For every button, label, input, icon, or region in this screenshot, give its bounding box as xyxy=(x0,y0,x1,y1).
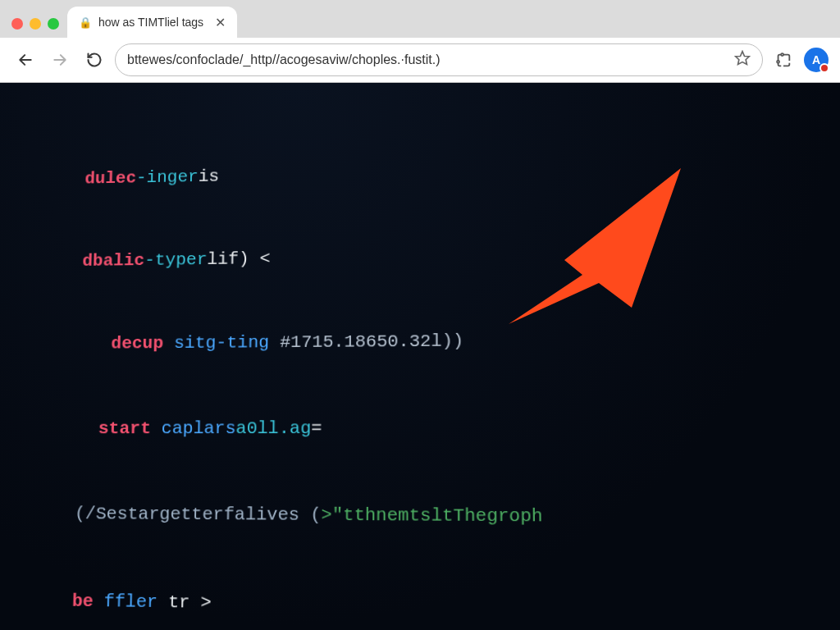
code-line: decup sitg-ting #1715.18650.32l)) xyxy=(80,324,840,358)
window-close-dot[interactable] xyxy=(11,18,23,30)
code-line: start caplarsa0ll.ag= xyxy=(77,413,840,443)
svg-point-3 xyxy=(781,53,783,56)
svg-point-4 xyxy=(777,61,779,63)
bookmark-star-icon[interactable] xyxy=(734,50,751,70)
code-line: (/Sestargetterfalives (>"tthnemtsltThegr… xyxy=(75,500,840,533)
page-viewport: dulec-ingeris dbalic-typerlif) < decup s… xyxy=(0,82,840,630)
tab-close-icon[interactable]: ✕ xyxy=(215,15,226,30)
tab-strip: 🔒 how as TIMTliel tags ✕ xyxy=(0,0,840,38)
address-bar[interactable] xyxy=(115,43,763,76)
svg-marker-2 xyxy=(736,52,750,65)
browser-tab[interactable]: 🔒 how as TIMTliel tags ✕ xyxy=(67,7,237,38)
browser-chrome: 🔒 how as TIMTliel tags ✕ A xyxy=(0,0,840,83)
code-line: be ffler tr > xyxy=(71,587,840,626)
tab-title: how as TIMTliel tags xyxy=(98,16,203,29)
code-line: dulec-ingeris xyxy=(84,150,840,193)
toolbar: A xyxy=(0,38,840,82)
code-block: dulec-ingeris dbalic-typerlif) < decup s… xyxy=(0,82,840,630)
profile-avatar[interactable]: A xyxy=(804,48,829,72)
window-zoom-dot[interactable] xyxy=(48,18,59,30)
window-controls xyxy=(7,18,67,38)
back-button[interactable] xyxy=(11,46,39,74)
forward-button[interactable] xyxy=(46,46,74,74)
reload-button[interactable] xyxy=(80,46,108,74)
window-minimize-dot[interactable] xyxy=(30,18,41,30)
code-line: dbalic-typerlif) < xyxy=(82,236,840,275)
extensions-icon[interactable] xyxy=(769,46,797,74)
lock-icon: 🔒 xyxy=(79,16,92,29)
url-input[interactable] xyxy=(127,52,734,67)
